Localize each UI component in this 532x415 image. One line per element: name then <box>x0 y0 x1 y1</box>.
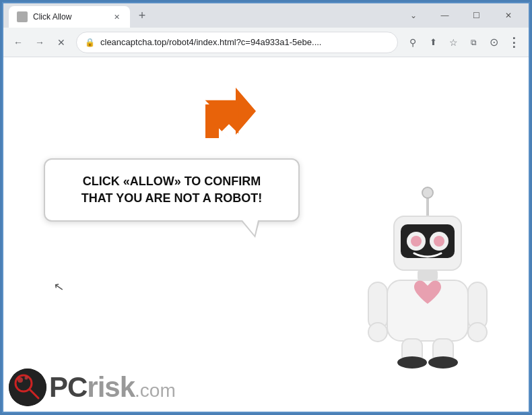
svg-rect-10 <box>418 270 438 280</box>
nav-actions: ⚲ ⬆ ☆ ⧉ ⊙ ⋮ <box>403 33 523 52</box>
orange-arrow-icon <box>199 84 259 145</box>
tab-bar: Click Allow ✕ + <box>9 3 393 28</box>
maximize-button[interactable]: ☐ <box>461 5 492 26</box>
title-bar: Click Allow ✕ + ⌄ — ☐ ✕ <box>3 3 529 28</box>
robot-container <box>354 183 502 371</box>
back-button[interactable]: ← <box>9 33 28 52</box>
minimize-button[interactable]: — <box>430 5 460 26</box>
bubble-text: CLICK «ALLOW» TO CONFIRM THAT YOU ARE NO… <box>65 173 278 207</box>
svg-point-20 <box>9 369 46 406</box>
svg-point-19 <box>428 356 458 369</box>
mouse-cursor-icon: ↖ <box>53 279 65 295</box>
page-content: CLICK «ALLOW» TO CONFIRM THAT YOU ARE NO… <box>3 57 529 412</box>
tab-favicon <box>17 11 28 22</box>
pcrisk-icon <box>9 369 46 406</box>
new-tab-button[interactable]: + <box>133 6 152 25</box>
speech-bubble: CLICK «ALLOW» TO CONFIRM THAT YOU ARE NO… <box>44 158 300 222</box>
active-tab[interactable]: Click Allow ✕ <box>9 6 130 28</box>
window-controls: ⌄ — ☐ ✕ <box>398 5 523 26</box>
navigation-bar: ← → ✕ 🔒 cleancaptcha.top/robot4/index.ht… <box>3 28 529 57</box>
svg-point-9 <box>434 236 444 247</box>
forward-button[interactable]: → <box>30 33 49 52</box>
svg-point-13 <box>368 323 387 342</box>
url-text: cleancaptcha.top/robot4/index.html?c=94a… <box>100 37 389 47</box>
bookmark-button[interactable]: ☆ <box>444 33 463 52</box>
risk-text: risk <box>87 371 135 404</box>
split-view-button[interactable]: ⧉ <box>464 33 483 52</box>
svg-point-24 <box>25 377 28 380</box>
browser-window: Click Allow ✕ + ⌄ — ☐ ✕ ← → ✕ 🔒 cleancap… <box>2 2 530 413</box>
profile-button[interactable]: ⊙ <box>484 33 503 52</box>
svg-point-23 <box>18 377 23 383</box>
svg-point-3 <box>422 187 433 198</box>
tab-title: Click Allow <box>33 12 106 22</box>
chevron-down-button[interactable]: ⌄ <box>398 5 428 26</box>
svg-point-8 <box>411 236 422 247</box>
reload-button[interactable]: ✕ <box>52 33 71 52</box>
arrow-container <box>199 84 259 148</box>
menu-button[interactable]: ⋮ <box>504 33 523 52</box>
robot-icon <box>354 183 502 371</box>
lock-icon: 🔒 <box>85 38 95 47</box>
tab-close-button[interactable]: ✕ <box>111 11 122 22</box>
pc-text: PC <box>49 371 87 404</box>
svg-point-18 <box>397 356 427 369</box>
domain-text: .com <box>135 380 176 402</box>
address-bar[interactable]: 🔒 cleancaptcha.top/robot4/index.html?c=9… <box>76 32 398 53</box>
pcrisk-text: PC risk .com <box>49 371 176 404</box>
svg-point-15 <box>468 323 487 342</box>
watermark: PC risk .com <box>9 369 176 406</box>
close-button[interactable]: ✕ <box>493 5 523 26</box>
search-button[interactable]: ⚲ <box>403 33 422 52</box>
share-button[interactable]: ⬆ <box>424 33 442 52</box>
